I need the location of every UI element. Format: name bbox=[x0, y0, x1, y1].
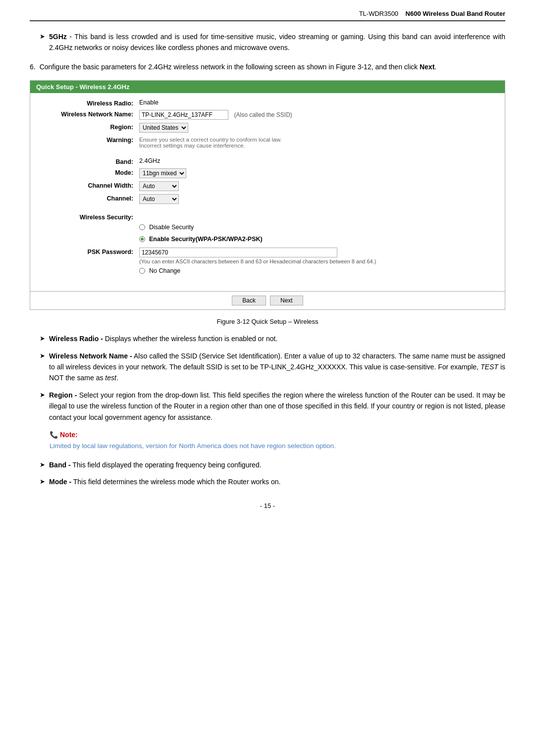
psk-password-label: PSK Password: bbox=[40, 248, 139, 255]
ssid-also-text: (Also called the SSID) bbox=[234, 111, 292, 118]
page-number: - 15 - bbox=[30, 502, 505, 509]
band-value: 2.4GHz bbox=[139, 157, 495, 164]
enable-security-label: Enable Security(WPA-PSK/WPA2-PSK) bbox=[149, 236, 263, 243]
note-section: 📞 Note: Limited by local law regulations… bbox=[50, 431, 505, 452]
bullet-arrow-name-icon: ➤ bbox=[40, 351, 45, 384]
next-button[interactable]: Next bbox=[270, 296, 303, 305]
ssid-input[interactable] bbox=[139, 110, 228, 120]
wireless-radio-label: Wireless Radio: bbox=[40, 99, 139, 107]
enable-security-radio[interactable] bbox=[139, 236, 145, 242]
test-italic: TEST bbox=[481, 363, 498, 371]
bullet-wireless-name-text: Wireless Network Name - Also called the … bbox=[49, 351, 505, 384]
mode-select[interactable]: 11bgn mixed bbox=[139, 168, 186, 178]
page-header: TL-WDR3500 N600 Wireless Dual Band Route… bbox=[30, 10, 505, 21]
psk-password-value: (You can enter ASCII characters between … bbox=[139, 248, 495, 264]
bullet-wireless-radio: ➤ Wireless Radio - Displays whether the … bbox=[40, 333, 505, 344]
bullet-5ghz: ➤ 5GHz - This band is less crowded and i… bbox=[40, 31, 505, 53]
region-select[interactable]: United States bbox=[139, 123, 188, 133]
band-bold: Band - bbox=[49, 461, 71, 469]
bullet-mode-text: Mode - This field determines the wireles… bbox=[49, 476, 505, 487]
model-number: TL-WDR3500 bbox=[359, 10, 398, 17]
final-bullets: ➤ Band - This field displayed the operat… bbox=[30, 459, 505, 488]
band-row: Band: 2.4GHz bbox=[40, 157, 495, 165]
test-italic2: test bbox=[105, 374, 116, 382]
enable-security-row: Enable Security(WPA-PSK/WPA2-PSK) bbox=[40, 236, 495, 245]
wireless-radio-bold: Wireless Radio - bbox=[49, 335, 103, 343]
enable-security-item: Enable Security(WPA-PSK/WPA2-PSK) bbox=[139, 236, 495, 243]
no-change-item: No Change bbox=[139, 267, 495, 274]
note-phone-icon: 📞 bbox=[50, 431, 58, 439]
bullet-band-text: Band - This field displayed the operatin… bbox=[49, 459, 505, 470]
warning-row: Warning: Ensure you select a correct cou… bbox=[40, 136, 495, 149]
next-reference: Next bbox=[420, 63, 434, 71]
mode-bold: Mode - bbox=[49, 478, 71, 486]
region-label: Region: bbox=[40, 123, 139, 131]
channel-width-row: Channel Width: Auto bbox=[40, 181, 495, 191]
bullet-arrow-region-icon: ➤ bbox=[40, 390, 45, 423]
wireless-radio-row: Wireless Radio: Enable bbox=[40, 99, 495, 107]
bullet-band: ➤ Band - This field displayed the operat… bbox=[40, 459, 505, 470]
numbered-item-6: 6. Configure the basic parameters for 2.… bbox=[30, 61, 505, 72]
back-button[interactable]: Back bbox=[232, 296, 266, 305]
bullet-region-text: Region - Select your region from the dro… bbox=[49, 390, 505, 423]
bullet-wireless-name: ➤ Wireless Network Name - Also called th… bbox=[40, 351, 505, 384]
enable-security-spacer bbox=[40, 236, 139, 237]
bullet-5ghz-text: 5GHz - This band is less crowded and is … bbox=[49, 31, 505, 53]
channel-width-label: Channel Width: bbox=[40, 181, 139, 189]
region-row: Region: United States bbox=[40, 123, 495, 133]
wireless-network-name-row: Wireless Network Name: (Also called the … bbox=[40, 110, 495, 120]
region-bold: Region - bbox=[49, 391, 77, 399]
no-change-option: No Change bbox=[139, 267, 495, 276]
channel-select[interactable]: Auto bbox=[139, 194, 179, 204]
disable-security-row: Disable Security bbox=[40, 224, 495, 233]
mode-label: Mode: bbox=[40, 168, 139, 176]
bullet-region: ➤ Region - Select your region from the d… bbox=[40, 390, 505, 423]
bullet-mode: ➤ Mode - This field determines the wirel… bbox=[40, 476, 505, 487]
psk-input[interactable] bbox=[139, 248, 337, 257]
band-label: Band: bbox=[40, 157, 139, 165]
no-change-radio[interactable] bbox=[139, 268, 145, 274]
no-change-spacer bbox=[40, 267, 139, 268]
wireless-network-name-label: Wireless Network Name: bbox=[40, 110, 139, 118]
psk-password-row: PSK Password: (You can enter ASCII chara… bbox=[40, 248, 495, 264]
note-text: Limited by local law regulations, versio… bbox=[50, 441, 505, 452]
disable-security-label: Disable Security bbox=[149, 224, 194, 231]
no-change-row: No Change bbox=[40, 267, 495, 276]
bottom-bullets: ➤ Wireless Radio - Displays whether the … bbox=[30, 333, 505, 423]
mode-row: Mode: 11bgn mixed bbox=[40, 168, 495, 178]
warning-label: Warning: bbox=[40, 136, 139, 144]
disable-security-option: Disable Security bbox=[139, 224, 495, 233]
disable-security-spacer bbox=[40, 224, 139, 225]
wireless-security-label: Wireless Security: bbox=[40, 213, 139, 221]
bullet-arrow-mode-icon: ➤ bbox=[40, 477, 45, 487]
no-change-label: No Change bbox=[149, 267, 180, 274]
region-value: United States bbox=[139, 123, 495, 133]
wireless-name-bold: Wireless Network Name - bbox=[49, 352, 132, 360]
mode-value: 11bgn mixed bbox=[139, 168, 495, 178]
note-label-text: Note: bbox=[60, 431, 78, 439]
channel-width-select[interactable]: Auto bbox=[139, 181, 179, 191]
bullet-wireless-radio-text: Wireless Radio - Displays whether the wi… bbox=[49, 333, 505, 344]
channel-width-value: Auto bbox=[139, 181, 495, 191]
bullet-5ghz-bold: 5GHz bbox=[49, 33, 67, 41]
bullet-arrow-icon: ➤ bbox=[40, 32, 45, 53]
note-label: 📞 Note: bbox=[50, 431, 505, 439]
disable-security-radio[interactable] bbox=[139, 224, 145, 230]
channel-row: Channel: Auto bbox=[40, 194, 495, 204]
psk-hint: (You can enter ASCII characters between … bbox=[139, 258, 495, 264]
setup-box-body: Wireless Radio: Enable Wireless Network … bbox=[30, 93, 505, 291]
product-title: N600 Wireless Dual Band Router bbox=[406, 10, 505, 17]
warning-text: Ensure you select a correct country to c… bbox=[139, 137, 495, 149]
channel-value: Auto bbox=[139, 194, 495, 204]
figure-caption: Figure 3-12 Quick Setup – Wireless bbox=[30, 318, 505, 325]
enable-security-option: Enable Security(WPA-PSK/WPA2-PSK) bbox=[139, 236, 495, 245]
wireless-network-name-value: (Also called the SSID) bbox=[139, 110, 495, 120]
setup-box-header: Quick Setup - Wireless 2.4GHz bbox=[30, 81, 505, 93]
setup-box-footer: Back Next bbox=[30, 291, 505, 309]
item-text: Configure the basic parameters for 2.4GH… bbox=[40, 61, 505, 72]
wireless-security-row: Wireless Security: bbox=[40, 213, 495, 221]
bullet-arrow-radio-icon: ➤ bbox=[40, 334, 45, 344]
bullet-arrow-band-icon: ➤ bbox=[40, 460, 45, 470]
top-bullets: ➤ 5GHz - This band is less crowded and i… bbox=[30, 31, 505, 53]
disable-security-item: Disable Security bbox=[139, 224, 495, 231]
